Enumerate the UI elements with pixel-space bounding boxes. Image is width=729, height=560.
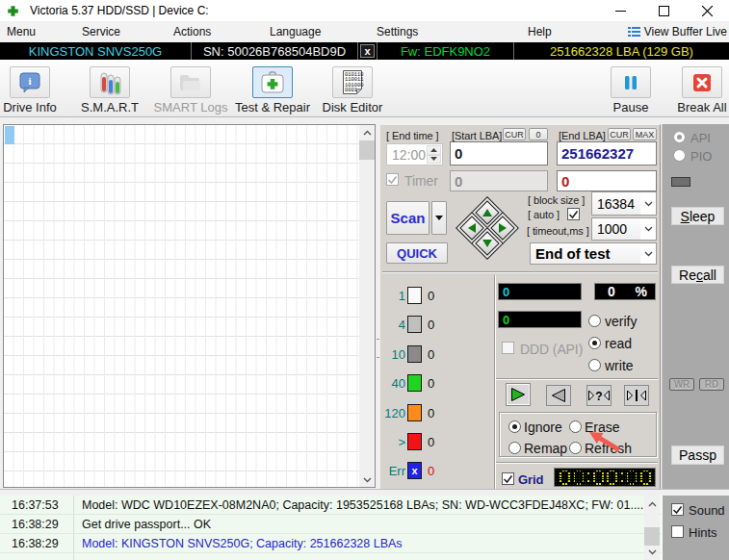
legend-label: 1 (380, 289, 405, 303)
toolbar-label: Pause (613, 100, 649, 115)
minimize-button[interactable] (599, 0, 642, 21)
quick-button[interactable]: QUICK (386, 242, 448, 264)
break-all-button[interactable]: Break All (662, 66, 729, 115)
toolbar-smart-button[interactable]: S.M.A.R.T (69, 66, 150, 115)
menu-item-service[interactable]: Service (82, 21, 120, 42)
toolbar-drive-info-button[interactable]: i Drive Info (0, 66, 70, 115)
toolbar-label: Test & Repair (235, 100, 310, 115)
log-column-divider (73, 515, 74, 533)
back-button[interactable] (546, 385, 571, 406)
annotation-arrow (583, 425, 633, 462)
side-panel: API PIO Sleep Recall WR RD Passp (662, 124, 729, 491)
pio-radio[interactable] (673, 149, 686, 162)
log-row: 16:38:29 Get drive passport... OK (0, 515, 662, 534)
panel-divider (494, 275, 496, 490)
maximize-button[interactable] (642, 0, 686, 21)
scroll-up-icon[interactable] (359, 125, 375, 140)
end-action-combobox[interactable]: End of test (530, 242, 657, 265)
drive-serial: SN: 50026B768504BD9D (192, 42, 357, 60)
ignore-radio[interactable] (508, 420, 521, 433)
scan-dropdown-button[interactable] (431, 201, 447, 235)
grid-checkbox[interactable] (502, 472, 514, 485)
block-size-combobox[interactable]: 16384 (591, 191, 657, 216)
nav-down-icon (482, 240, 492, 247)
scan-button[interactable]: Scan (386, 201, 430, 235)
spin-up-icon[interactable] (427, 145, 441, 155)
scan-map-grid[interactable] (4, 125, 359, 487)
buffer-list-icon (628, 26, 640, 38)
erase-radio[interactable] (569, 420, 582, 433)
drive-model[interactable]: KINGSTON SNVS250G (0, 42, 191, 60)
start-lba-cur-button[interactable]: CUR (503, 128, 526, 140)
victoria-window: Victoria 5.37 HDD/SSD | Device C: Menu S… (0, 0, 729, 560)
end-lba-max-button[interactable]: MAX (633, 128, 657, 140)
scroll-down-icon[interactable] (644, 546, 660, 559)
log-area: 16:37:53 Model: WDC WD10EZEX-08M2NA0; Ca… (0, 496, 662, 560)
bottom-divider (0, 489, 729, 496)
legend-count: 0 (428, 406, 434, 420)
drive-close-button[interactable]: x (358, 42, 377, 60)
start-test-button[interactable] (506, 383, 531, 406)
drive-info-bar: KINGSTON SNVS250G SN: 50026B768504BD9D x… (0, 42, 729, 60)
end-lba-cur-button[interactable]: CUR (608, 128, 631, 140)
spin-down-icon[interactable] (427, 155, 441, 165)
remap-radio[interactable] (508, 442, 521, 454)
back-icon (550, 388, 567, 403)
test-control-panel: [ End time ] [Start LBA] CUR 0 [End LBA]… (379, 124, 661, 491)
refresh-radio[interactable] (569, 442, 582, 454)
canvas-scrollbar-thumb[interactable] (359, 140, 375, 160)
api-radio[interactable] (673, 131, 686, 143)
ddd-api-checkbox[interactable] (502, 342, 514, 354)
toolbar-disk-editor-button[interactable]: 010110 110011 101000 0001 Disk Editor (312, 66, 393, 115)
end-lba-input[interactable]: 251662327 (557, 141, 657, 165)
log-scrollbar-thumb[interactable] (644, 527, 660, 546)
recall-button[interactable]: Recall (671, 266, 724, 284)
activity-led (671, 177, 690, 187)
first-aid-kit-icon (260, 71, 285, 94)
nav-right-icon (499, 223, 507, 233)
start-lba-input[interactable]: 0 (450, 141, 548, 165)
log-time: 16:38:29 (12, 537, 62, 550)
end-time-spinner[interactable]: 12:00 (386, 143, 443, 165)
legend-color-block: x (407, 462, 422, 479)
menu-item-settings[interactable]: Settings (377, 21, 418, 42)
sleep-button[interactable]: Sleep (671, 207, 724, 225)
error-count-input[interactable]: 0 (557, 170, 657, 191)
close-button[interactable] (686, 0, 729, 21)
toolbar-smart-logs-button[interactable]: SMART Logs (150, 66, 231, 115)
passp-button[interactable]: Passp (671, 445, 724, 465)
legend-label: > (380, 435, 405, 449)
toolbar-test-repair-button[interactable]: Test & Repair (232, 66, 313, 115)
hints-checkbox[interactable] (671, 525, 684, 538)
menu-item-language[interactable]: Language (270, 21, 321, 42)
write-radio[interactable] (588, 359, 601, 371)
legend-color-block (407, 287, 422, 304)
read-radio[interactable] (588, 337, 601, 349)
scroll-up-icon[interactable] (644, 497, 660, 511)
timer-value-input[interactable]: 0 (450, 170, 548, 191)
step-icon (626, 388, 647, 403)
auto-checkbox[interactable] (567, 208, 580, 220)
scanned-block-cell (5, 126, 14, 144)
menu-item-menu[interactable]: Menu (7, 21, 36, 42)
wr-button[interactable]: WR (669, 378, 694, 391)
log-scrollbar[interactable] (644, 496, 660, 560)
sound-checkbox[interactable] (671, 503, 684, 516)
timeout-combobox[interactable]: 1000 (591, 217, 657, 241)
start-lba-zero-button[interactable]: 0 (529, 128, 548, 140)
scroll-down-icon[interactable] (359, 472, 375, 487)
canvas-scrollbar[interactable] (359, 125, 375, 487)
timer-checkbox[interactable] (386, 173, 399, 186)
toolbar-label: S.M.A.R.T (81, 100, 139, 115)
pause-button[interactable]: Pause (590, 66, 671, 115)
menu-item-actions[interactable]: Actions (173, 21, 211, 42)
view-buffer-live-button[interactable]: View Buffer Live (628, 21, 727, 42)
hints-label: Hints (689, 525, 717, 540)
step-button[interactable] (624, 385, 649, 406)
sound-label: Sound (689, 503, 725, 518)
seek-button[interactable]: ? (586, 385, 612, 406)
verify-radio[interactable] (588, 315, 601, 327)
rd-button[interactable]: RD (699, 378, 724, 391)
svg-text:0001: 0001 (345, 88, 357, 93)
menu-item-help[interactable]: Help (528, 21, 552, 42)
